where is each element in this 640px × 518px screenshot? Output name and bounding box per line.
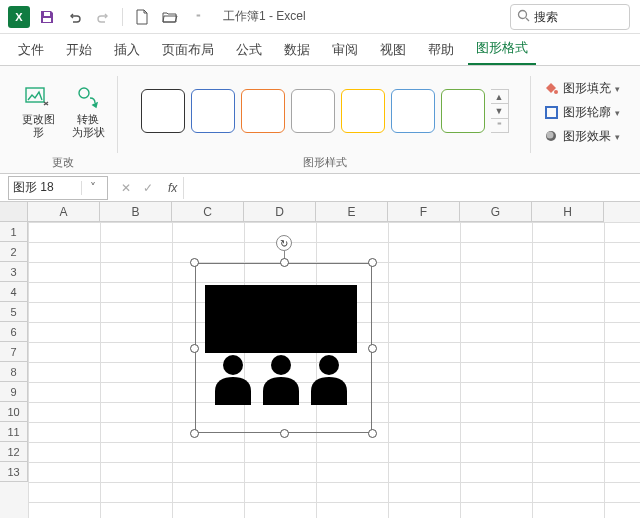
tab-home[interactable]: 开始: [58, 35, 100, 65]
qat-dropdown-icon[interactable]: ⁼: [185, 4, 211, 30]
ribbon-group-styles: ▲ ▼ ⁼ 图形样式: [118, 70, 531, 173]
style-swatch[interactable]: [441, 89, 485, 133]
svg-point-14: [319, 355, 339, 375]
tab-graphics-format[interactable]: 图形格式: [468, 33, 536, 65]
svg-point-10: [546, 132, 553, 139]
row-header[interactable]: 1: [0, 222, 28, 242]
excel-app-icon[interactable]: X: [6, 4, 32, 30]
gallery-up-icon[interactable]: ▲: [491, 90, 508, 103]
tab-data[interactable]: 数据: [276, 35, 318, 65]
ribbon-group-format: 图形填充▾ 图形轮廓▾ 图形效果▾: [531, 70, 632, 173]
shape-outline-button[interactable]: 图形轮廓▾: [539, 102, 624, 124]
style-swatch[interactable]: [341, 89, 385, 133]
shape-style-gallery: ▲ ▼ ⁼: [141, 89, 509, 133]
col-header[interactable]: E: [316, 202, 388, 222]
cancel-formula-icon[interactable]: ✕: [116, 181, 136, 195]
svg-point-12: [223, 355, 243, 375]
style-swatch[interactable]: [391, 89, 435, 133]
tab-view[interactable]: 视图: [372, 35, 414, 65]
tab-review[interactable]: 审阅: [324, 35, 366, 65]
name-box[interactable]: ˅: [8, 176, 108, 200]
tab-layout[interactable]: 页面布局: [154, 35, 222, 65]
resize-handle[interactable]: [368, 258, 377, 267]
redo-icon[interactable]: [90, 4, 116, 30]
col-header[interactable]: H: [532, 202, 604, 222]
cells-area[interactable]: ↻: [28, 222, 640, 518]
save-icon[interactable]: [34, 4, 60, 30]
select-all-corner[interactable]: [0, 202, 28, 222]
gallery-more-icon[interactable]: ⁼: [491, 118, 508, 132]
resize-handle[interactable]: [280, 429, 289, 438]
row-header[interactable]: 3: [0, 262, 28, 282]
row-header[interactable]: 9: [0, 382, 28, 402]
search-placeholder: 搜索: [534, 9, 558, 26]
svg-rect-1: [44, 12, 50, 16]
tab-help[interactable]: 帮助: [420, 35, 462, 65]
search-icon: [517, 9, 530, 25]
tab-file[interactable]: 文件: [10, 35, 52, 65]
style-swatch[interactable]: [291, 89, 335, 133]
name-box-dropdown-icon[interactable]: ˅: [81, 181, 103, 195]
row-header[interactable]: 5: [0, 302, 28, 322]
svg-marker-6: [93, 103, 97, 107]
shape-effects-button[interactable]: 图形效果▾: [539, 126, 624, 148]
gallery-nav: ▲ ▼ ⁼: [491, 89, 509, 133]
row-header[interactable]: 8: [0, 362, 28, 382]
search-box[interactable]: 搜索: [510, 4, 630, 30]
column-headers: A B C D E F G H: [0, 202, 640, 222]
fx-icon[interactable]: fx: [162, 181, 183, 195]
svg-line-3: [526, 18, 529, 21]
row-headers: 1 2 3 4 5 6 7 8 9 10 11 12 13: [0, 222, 28, 518]
row-header[interactable]: 12: [0, 442, 28, 462]
formula-input[interactable]: [183, 177, 640, 199]
new-file-icon[interactable]: [129, 4, 155, 30]
resize-handle[interactable]: [368, 344, 377, 353]
enter-formula-icon[interactable]: ✓: [138, 181, 158, 195]
resize-handle[interactable]: [190, 258, 199, 267]
svg-point-13: [271, 355, 291, 375]
col-header[interactable]: F: [388, 202, 460, 222]
open-folder-icon[interactable]: [157, 4, 183, 30]
tab-insert[interactable]: 插入: [106, 35, 148, 65]
style-swatch[interactable]: [141, 89, 185, 133]
rotate-handle-icon[interactable]: ↻: [276, 235, 292, 251]
col-header[interactable]: G: [460, 202, 532, 222]
fill-icon: [543, 81, 559, 97]
style-swatch[interactable]: [191, 89, 235, 133]
row-header[interactable]: 10: [0, 402, 28, 422]
tab-formulas[interactable]: 公式: [228, 35, 270, 65]
col-header[interactable]: D: [244, 202, 316, 222]
window-title: 工作簿1 - Excel: [223, 8, 306, 25]
theater-icon: [205, 285, 357, 405]
change-graphic-button[interactable]: 更改图 形: [16, 73, 60, 149]
title-bar: X ⁼ 工作簿1 - Excel 搜索: [0, 0, 640, 34]
col-header[interactable]: C: [172, 202, 244, 222]
selected-shape[interactable]: ↻: [195, 263, 372, 433]
row-header[interactable]: 7: [0, 342, 28, 362]
name-box-input[interactable]: [9, 181, 81, 195]
formula-bar: ˅ ✕ ✓ fx: [0, 174, 640, 202]
row-header[interactable]: 6: [0, 322, 28, 342]
gallery-down-icon[interactable]: ▼: [491, 103, 508, 117]
resize-handle[interactable]: [190, 344, 199, 353]
row-header[interactable]: 4: [0, 282, 28, 302]
quick-access-toolbar: X ⁼: [6, 4, 211, 30]
row-header[interactable]: 2: [0, 242, 28, 262]
ribbon-tabs: 文件 开始 插入 页面布局 公式 数据 审阅 视图 帮助 图形格式: [0, 34, 640, 66]
row-header[interactable]: 13: [0, 462, 28, 482]
effects-icon: [543, 129, 559, 145]
undo-icon[interactable]: [62, 4, 88, 30]
svg-point-5: [79, 88, 89, 98]
style-swatch[interactable]: [241, 89, 285, 133]
svg-rect-0: [43, 18, 51, 22]
col-header[interactable]: A: [28, 202, 100, 222]
resize-handle[interactable]: [190, 429, 199, 438]
resize-handle[interactable]: [368, 429, 377, 438]
col-header[interactable]: B: [100, 202, 172, 222]
ribbon: 更改图 形 转换 为形状 更改 ▲ ▼ ⁼: [0, 66, 640, 174]
convert-to-shape-button[interactable]: 转换 为形状: [66, 73, 110, 149]
ribbon-group-change: 更改图 形 转换 为形状 更改: [8, 70, 118, 173]
resize-handle[interactable]: [280, 258, 289, 267]
row-header[interactable]: 11: [0, 422, 28, 442]
shape-fill-button[interactable]: 图形填充▾: [539, 78, 624, 100]
